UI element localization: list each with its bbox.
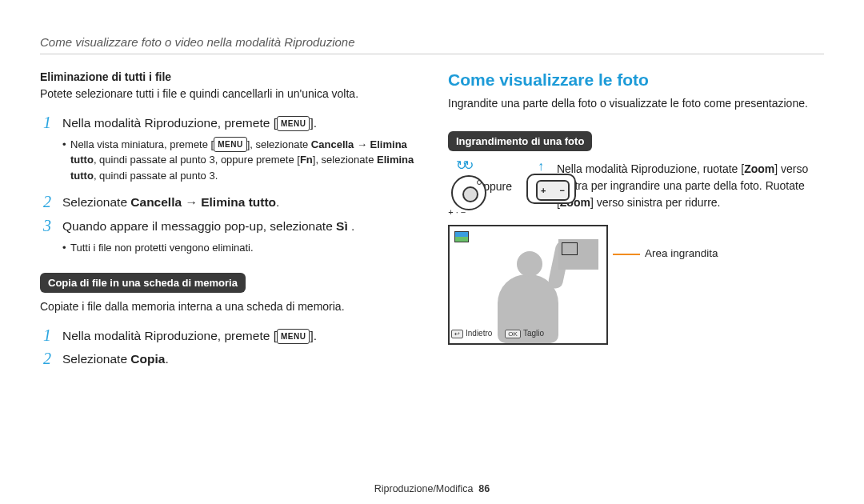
step-number: 2 (40, 350, 54, 366)
step-number: 1 (40, 327, 54, 343)
thumb-icon (454, 231, 469, 242)
zoom-description: Nella modalità Riproduzione, ruotate [Zo… (557, 161, 824, 211)
preview-bottom-bar: ↩Indietro OKTaglio (451, 327, 544, 340)
menu-icon: MENU (277, 329, 310, 344)
step-2-text: Selezionate Cancella → Elimina tutto. (62, 193, 279, 211)
step-number: 2 (40, 194, 54, 210)
zoom-dial-icon: ↻↻ + · − (448, 158, 466, 215)
view-photos-title: Come visualizzare le foto (448, 70, 824, 90)
step-number: 3 (40, 218, 54, 234)
callout-label: Area ingrandita (645, 225, 718, 259)
copy-step-1: Nella modalità Riproduzione, premete [ME… (62, 326, 317, 345)
delete-title: Eliminazione di tutti i file (40, 70, 416, 83)
step-3-sub: Tutti i file non protetti vengono elimin… (62, 240, 416, 256)
step-1-sub: Nella vista miniatura, premete [MENU], s… (62, 137, 416, 184)
zoom-rocker-icon: ↑ +− (523, 162, 546, 210)
left-column: Eliminazione di tutti i file Potete sele… (40, 70, 416, 373)
copy-intro: Copiate i file dalla memoria interna a u… (40, 299, 416, 315)
zoom-area-indicator (558, 239, 598, 270)
delete-intro: Potete selezionare tutti i file e quindi… (40, 86, 416, 102)
menu-icon: MENU (277, 116, 310, 131)
menu-icon: MENU (214, 137, 246, 152)
callout-line-icon (613, 254, 640, 255)
view-photos-intro: Ingrandite una parte della foto o visual… (448, 96, 824, 112)
step-3-text: Quando appare il messaggio pop-up, selez… (62, 217, 354, 235)
photo-preview: ↩Indietro OKTaglio (448, 225, 608, 345)
page-header: Come visualizzare foto o video nella mod… (40, 35, 824, 54)
copy-step-2: Selezionate Copia. (62, 350, 169, 368)
page-footer: Riproduzione/Modifica 86 (0, 483, 864, 494)
right-column: Come visualizzare le foto Ingrandite una… (448, 70, 824, 373)
zoom-pill: Ingrandimento di una foto (448, 131, 592, 151)
step-number: 1 (40, 114, 54, 130)
copy-pill: Copia di file in una scheda di memoria (40, 273, 246, 293)
step-1-text: Nella modalità Riproduzione, premete [ME… (62, 114, 317, 132)
